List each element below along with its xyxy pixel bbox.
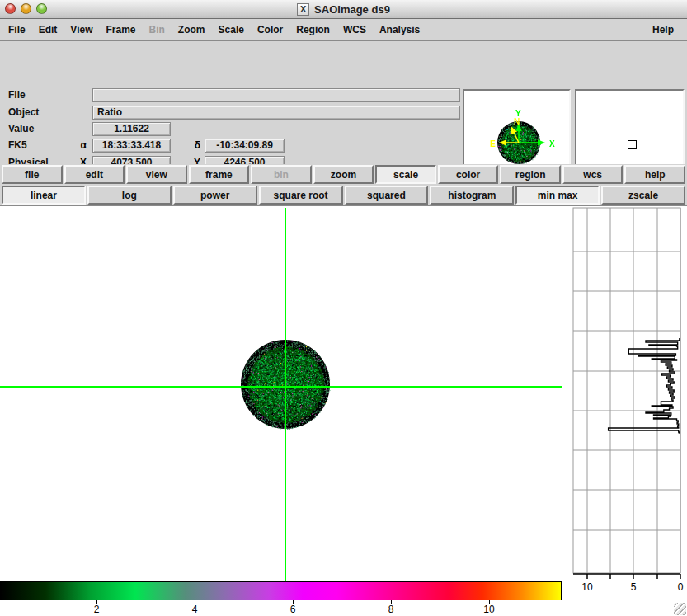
button-view[interactable]: view	[126, 165, 187, 184]
button-color[interactable]: color	[438, 165, 499, 184]
menu-zoom[interactable]: Zoom	[172, 24, 212, 35]
colorbar-tick-label: 2	[84, 604, 109, 615]
info-panel: File Object Ratio Value 1.11622 FK5 α 18…	[0, 41, 687, 164]
colorbar[interactable]	[0, 581, 562, 600]
delta-symbol: δ	[162, 139, 200, 152]
menu-bar: File Edit View Frame Bin Zoom Scale Colo…	[0, 19, 687, 41]
histogram-axis-label: 5	[631, 581, 637, 593]
task-button-row: file edit view frame bin zoom scale colo…	[0, 164, 687, 185]
button-log[interactable]: log	[87, 186, 172, 205]
menu-wcs[interactable]: WCS	[336, 24, 373, 35]
window-title: SAOImage ds9	[314, 3, 390, 16]
alpha-symbol: α	[43, 139, 87, 152]
info-object-label: Object	[8, 106, 39, 119]
ds9-window: X SAOImage ds9 File Edit View Frame Bin …	[0, 0, 687, 616]
button-frame[interactable]: frame	[189, 165, 250, 184]
panner-x-label: X	[549, 139, 555, 148]
info-value-label: Value	[8, 122, 34, 135]
info-file-value	[92, 88, 460, 102]
histogram-axis-label: 10	[581, 581, 593, 593]
panner-north-arrow	[512, 129, 519, 143]
menu-view[interactable]: View	[64, 24, 99, 35]
menu-file[interactable]: File	[2, 24, 32, 35]
button-file[interactable]: file	[2, 165, 63, 184]
button-power[interactable]: power	[173, 186, 257, 205]
info-object-value: Ratio	[92, 106, 460, 120]
menu-bin: Bin	[143, 24, 172, 35]
button-bin: bin	[251, 165, 312, 184]
colorbar-tick-label: 8	[379, 604, 403, 615]
button-linear[interactable]: linear	[2, 186, 86, 205]
info-file-label: File	[8, 88, 26, 101]
button-min-max[interactable]: min max	[515, 186, 600, 205]
button-histogram[interactable]: histogram	[430, 186, 514, 205]
menu-help[interactable]: Help	[646, 24, 680, 35]
crosshair-horizontal	[0, 386, 562, 388]
button-edit[interactable]: edit	[64, 165, 125, 184]
panner-e-label: E	[490, 139, 496, 148]
menu-edit[interactable]: Edit	[32, 24, 64, 35]
colorbar-tick-label: 6	[280, 604, 305, 615]
info-fk5-label: FK5	[8, 139, 27, 152]
button-zscale[interactable]: zscale	[601, 186, 685, 205]
button-square-root[interactable]: square root	[259, 186, 343, 205]
window-controls	[5, 3, 47, 14]
colorbar-ticks: 246810	[0, 600, 562, 616]
pixel-distribution-graph: 1050	[567, 206, 687, 598]
button-scale[interactable]: scale	[375, 165, 436, 184]
info-dec-value: -10:34:09.89	[205, 139, 285, 153]
magnifier-cursor-box	[628, 140, 637, 149]
colorbar-tick-label: 4	[182, 604, 207, 615]
window-title-group: X SAOImage ds9	[297, 3, 390, 16]
resize-grip[interactable]	[674, 603, 686, 615]
close-button[interactable]	[5, 3, 16, 14]
minimize-button[interactable]	[21, 3, 31, 14]
scale-button-row: linear log power square root squared his…	[0, 185, 687, 205]
info-ra-value: 18:33:33.418	[92, 139, 171, 153]
menu-color[interactable]: Color	[251, 24, 289, 35]
title-bar[interactable]: X SAOImage ds9	[0, 0, 687, 19]
menu-scale[interactable]: Scale	[212, 24, 251, 35]
panner-n-label: N	[514, 117, 520, 126]
button-squared[interactable]: squared	[345, 186, 429, 205]
button-region[interactable]: region	[500, 165, 561, 184]
info-value-value: 1.11622	[92, 122, 171, 136]
menu-analysis[interactable]: Analysis	[373, 24, 426, 35]
button-wcs[interactable]: wcs	[562, 165, 623, 184]
zoom-button[interactable]	[36, 3, 47, 14]
menu-frame[interactable]: Frame	[99, 24, 142, 35]
crosshair-vertical	[285, 208, 286, 581]
colorbar-tick-label: 10	[477, 604, 501, 615]
button-zoom[interactable]: zoom	[313, 165, 374, 184]
histogram-axis-label: 0	[678, 581, 684, 593]
image-display-area: 1050 246810	[0, 205, 687, 616]
button-help[interactable]: help	[624, 165, 685, 184]
x11-icon: X	[297, 3, 309, 16]
menu-region[interactable]: Region	[289, 24, 336, 35]
